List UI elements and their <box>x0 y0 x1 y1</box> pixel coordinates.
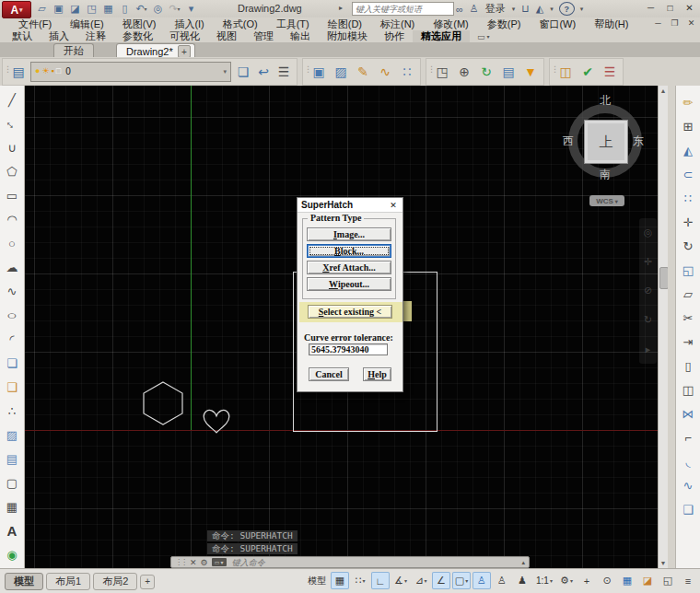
edit-hatch-icon[interactable]: ▨ <box>331 61 351 83</box>
tab-addins[interactable]: 附加模块 <box>319 30 376 42</box>
wipeout-button[interactable]: Wipeout... <box>307 277 391 291</box>
close-button[interactable]: ✕ <box>682 1 696 15</box>
layer-properties-icon[interactable]: ▤ <box>8 61 29 83</box>
edit-spline-icon[interactable]: ∿ <box>375 61 395 83</box>
edit-array-icon[interactable]: ∷ <box>397 61 417 83</box>
spline-icon[interactable]: ∿ <box>1 279 23 303</box>
array-icon[interactable]: ∷ <box>677 186 699 210</box>
elliptical-arc-icon[interactable]: ◜ <box>1 327 23 351</box>
model-space-button[interactable]: 模型 <box>305 572 329 589</box>
autodesk-share-icon[interactable]: ◭ <box>535 2 544 16</box>
arc-icon[interactable]: ◠ <box>1 207 23 231</box>
tab-view[interactable]: 视图 <box>208 30 245 42</box>
select-existing-button[interactable]: Select existing < <box>308 305 392 319</box>
start-tab[interactable]: 开始 <box>53 43 94 58</box>
hexagon-entity[interactable] <box>143 381 183 425</box>
object-snap-icon[interactable]: ▢▾ <box>452 572 471 589</box>
search-icon[interactable]: ∞ <box>455 2 464 16</box>
menu-parametric[interactable]: 参数(P) <box>478 17 531 30</box>
blend-curves-icon[interactable]: ∿ <box>677 473 699 497</box>
ribbon-display-toggle[interactable]: ▭▾ <box>477 32 490 41</box>
close-command-line-icon[interactable]: ✕ <box>190 558 197 567</box>
menu-help[interactable]: 帮助(H) <box>585 17 637 30</box>
hatch-icon[interactable]: ▨ <box>1 423 23 447</box>
mirror-icon[interactable]: ◭ <box>677 138 699 162</box>
scale-value-button-caret[interactable]: ▾ <box>550 577 553 584</box>
explode-icon[interactable]: ❑ <box>677 497 699 521</box>
viewcube-east-label[interactable]: 东 <box>633 134 644 149</box>
menu-insert[interactable]: 插入(I) <box>165 17 213 30</box>
qat-overflow-icon[interactable]: ▸ <box>339 4 343 12</box>
layout1-tab[interactable]: 布局1 <box>46 573 90 590</box>
signin-avatar-icon[interactable]: ♙ <box>469 2 480 16</box>
dialog-close-icon[interactable]: ✕ <box>388 200 399 211</box>
stretch-icon[interactable]: ▱ <box>677 282 699 306</box>
menu-tools[interactable]: 工具(T) <box>267 17 319 30</box>
command-expand-icon[interactable]: ▴ <box>521 559 525 566</box>
rotate-icon[interactable]: ↻ <box>677 234 699 258</box>
print-icon[interactable]: ▦ <box>101 2 115 16</box>
workspace-gear-icon[interactable]: ⚙▾ <box>557 572 576 589</box>
save-icon[interactable]: ▣ <box>52 2 65 16</box>
orbit-icon[interactable]: ↻ <box>644 314 652 326</box>
purge-broom-icon[interactable]: ▼ <box>520 61 541 83</box>
make-block-icon[interactable]: ❑ <box>1 375 23 399</box>
pan-icon[interactable]: ✛ <box>644 256 652 268</box>
dialog-titlebar[interactable]: SuperHatch ✕ <box>298 198 402 213</box>
object-snap-tracking-icon[interactable]: ∠ <box>432 572 450 589</box>
menu-view[interactable]: 视图(V) <box>113 17 166 30</box>
viewcube-south-label[interactable]: 南 <box>600 167 611 182</box>
maximize-button[interactable]: □ <box>663 1 677 15</box>
menu-edit[interactable]: 编辑(E) <box>61 17 113 30</box>
layer-previous-icon[interactable]: ↩ <box>253 61 274 83</box>
break-at-point-icon[interactable]: ▯ <box>677 354 699 378</box>
insert-block-icon[interactable]: ❏ <box>1 351 23 375</box>
sync-attributes-icon[interactable]: ↻ <box>476 61 496 83</box>
tab-output[interactable]: 输出 <box>282 30 319 42</box>
zoom-icon[interactable]: ⊘ <box>644 285 652 296</box>
annotation-visibility-icon[interactable]: ♙ <box>472 572 491 589</box>
isodraft-icon-caret[interactable]: ▾ <box>425 577 427 584</box>
break-icon[interactable]: ◫ <box>677 378 699 401</box>
ortho-mode-icon[interactable]: ∟ <box>371 572 390 589</box>
new-drawing-icon[interactable]: ▯ <box>118 2 132 16</box>
scale-icon[interactable]: ◱ <box>677 258 699 282</box>
multiline-text-icon[interactable]: A <box>1 518 23 542</box>
doc-restore-button[interactable]: ❐ <box>669 17 681 29</box>
undo-icon[interactable]: ↶▾ <box>134 2 148 16</box>
revision-cloud-icon[interactable]: ☁ <box>1 255 23 279</box>
offset-icon[interactable]: ⊂ <box>677 162 699 186</box>
search-input[interactable] <box>352 2 454 16</box>
signin-dropdown[interactable]: ▾ <box>511 2 517 16</box>
help-button[interactable]: Help <box>363 367 391 381</box>
layer-on-bulb-icon[interactable]: ● <box>35 67 40 76</box>
extend-icon[interactable]: ⇥ <box>677 330 699 354</box>
tab-home[interactable]: 默认 <box>4 30 41 42</box>
layer-dropdown-caret-icon[interactable]: ▾ <box>223 68 227 76</box>
menu-format[interactable]: 格式(O) <box>214 17 267 30</box>
doc-close-button[interactable]: ✕ <box>685 17 697 29</box>
command-tools-icon[interactable]: ⚙ <box>201 558 208 567</box>
menu-draw[interactable]: 绘图(D) <box>319 17 371 30</box>
layer-walk-icon[interactable]: ☰ <box>600 61 620 83</box>
cancel-button[interactable]: Cancel <box>309 367 349 381</box>
clean-screen-icon[interactable]: ◪ <box>638 572 657 589</box>
layout2-tab[interactable]: 布局2 <box>93 573 137 590</box>
erase-icon[interactable]: ✏ <box>677 90 699 114</box>
scale-value-button[interactable]: 1:1▾ <box>533 572 555 589</box>
new-tab-button[interactable]: + <box>178 45 191 58</box>
undo-icon-caret[interactable]: ▾ <box>145 6 147 12</box>
help-icon[interactable]: ? <box>559 2 575 16</box>
block-button[interactable]: Block... <box>307 244 391 258</box>
chamfer-icon[interactable]: ⌐ <box>677 425 699 449</box>
region-icon[interactable]: ▢ <box>1 471 23 494</box>
open-file-icon[interactable]: ▱ <box>35 2 49 16</box>
tab-collaborate[interactable]: 协作 <box>376 30 413 42</box>
graphics-performance-icon[interactable]: ▦ <box>618 572 636 589</box>
tab-annotate[interactable]: 注释 <box>77 30 114 42</box>
snap-mode-icon[interactable]: ∷▾ <box>351 572 369 589</box>
navigation-wheel-icon[interactable]: ◎ <box>644 227 653 238</box>
polygon-icon[interactable]: ⬠ <box>1 159 23 183</box>
isodraft-icon[interactable]: ⊿▾ <box>412 572 430 589</box>
block-attribute-manager-icon[interactable]: ▤ <box>498 61 519 83</box>
